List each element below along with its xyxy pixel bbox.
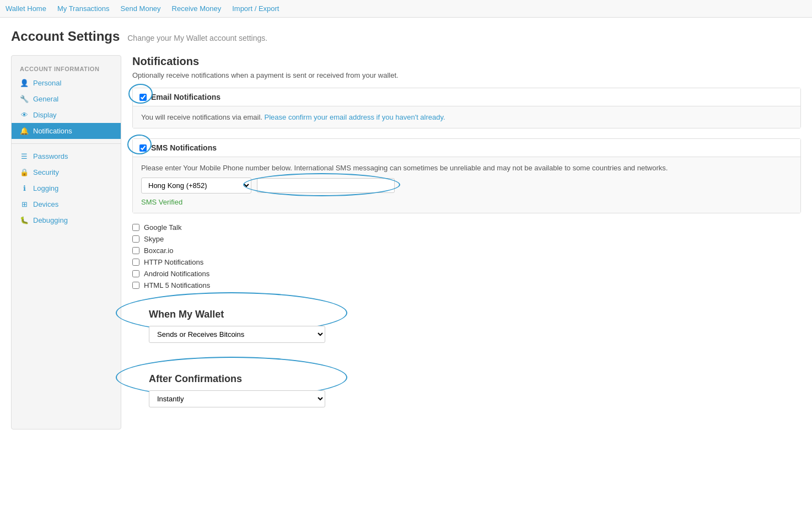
- android-label[interactable]: Android Notifications: [132, 270, 801, 278]
- email-notif-block: Email Notifications You will receive not…: [132, 88, 801, 128]
- bug-icon: 🐛: [20, 216, 29, 224]
- email-notif-header: Email Notifications: [133, 88, 800, 106]
- nav-send-money[interactable]: Send Money: [121, 4, 161, 13]
- sidebar-label-debugging: Debugging: [33, 216, 68, 224]
- sidebar-item-debugging[interactable]: 🐛 Debugging: [12, 212, 121, 228]
- info-icon: ℹ: [20, 184, 29, 192]
- html5-label[interactable]: HTML 5 Notifications: [132, 281, 801, 289]
- email-link-text: Please confirm your email address if you…: [265, 113, 445, 121]
- sms-verified-text: SMS Verified: [141, 198, 792, 206]
- sidebar-label-passwords: Passwords: [33, 152, 68, 160]
- sidebar-label-logging: Logging: [33, 184, 58, 192]
- skype-label[interactable]: Skype: [132, 235, 801, 243]
- sms-notif-header: SMS Notifications: [133, 139, 800, 157]
- boxcar-label[interactable]: Boxcar.io: [132, 246, 801, 255]
- bell-icon: 🔔: [20, 127, 29, 135]
- when-select-wrap: Sends or Receives Bitcoins Sends Bitcoin…: [149, 326, 325, 343]
- sms-body-text: Please enter Your Mobile Phone number be…: [141, 164, 792, 172]
- page-title: Account Settings: [11, 29, 120, 44]
- nav-import-export[interactable]: Import / Export: [232, 4, 279, 13]
- top-nav: Wallet Home My Transactions Send Money R…: [0, 0, 812, 18]
- android-text: Android Notifications: [144, 270, 209, 278]
- boxcar-text: Boxcar.io: [144, 246, 173, 255]
- skype-text: Skype: [144, 235, 164, 243]
- nav-receive-money[interactable]: Receive Money: [172, 4, 222, 13]
- sidebar-item-passwords[interactable]: ☰ Passwords: [12, 148, 121, 164]
- after-title: After Confirmations: [149, 373, 325, 385]
- grid-icon: ⊞: [20, 200, 29, 208]
- lock-icon: 🔒: [20, 168, 29, 176]
- sms-checkbox[interactable]: [139, 144, 147, 152]
- email-notif-label[interactable]: Email Notifications: [151, 93, 221, 101]
- sms-input-row: Hong Kong (+852) United States (+1) Unit…: [141, 178, 792, 194]
- notifications-desc: Optionally receive notifications when a …: [132, 71, 801, 79]
- http-checkbox[interactable]: [132, 259, 139, 266]
- sidebar-label-general: General: [33, 95, 58, 103]
- http-text: HTTP Notifications: [144, 258, 203, 266]
- page-container: Account Settings Change your My Wallet a…: [0, 18, 812, 441]
- google-talk-checkbox[interactable]: [132, 224, 139, 231]
- email-body-text: You will receive notifications via email…: [141, 113, 262, 121]
- page-header: Account Settings Change your My Wallet a…: [11, 29, 801, 44]
- sidebar-label-display: Display: [33, 111, 57, 119]
- sidebar-label-security: Security: [33, 168, 59, 176]
- list-icon: ☰: [20, 152, 29, 160]
- html5-checkbox[interactable]: [132, 282, 139, 289]
- wrench-icon: 🔧: [20, 95, 29, 103]
- after-select-wrap: Instantly 1 Confirmation 2 Confirmations…: [149, 390, 325, 407]
- html5-text: HTML 5 Notifications: [144, 281, 210, 289]
- sms-notif-body: Please enter Your Mobile Phone number be…: [133, 157, 800, 213]
- after-select[interactable]: Instantly 1 Confirmation 2 Confirmations…: [149, 390, 325, 407]
- other-notifs: Google Talk Skype Boxcar.io HTTP Notific…: [132, 223, 801, 289]
- main-layout: ACCOUNT INFORMATION 👤 Personal 🔧 General…: [11, 55, 801, 429]
- nav-wallet-home[interactable]: Wallet Home: [6, 4, 46, 13]
- sms-phone-input[interactable]: [257, 178, 395, 193]
- sidebar: ACCOUNT INFORMATION 👤 Personal 🔧 General…: [11, 55, 121, 429]
- sidebar-item-display[interactable]: 👁 Display: [12, 107, 121, 123]
- page-subtitle: Change your My Wallet account settings.: [127, 34, 267, 42]
- when-title: When My Wallet: [149, 309, 325, 320]
- sidebar-item-general[interactable]: 🔧 General: [12, 91, 121, 107]
- content-area: Notifications Optionally receive notific…: [132, 55, 801, 429]
- sms-notif-block: SMS Notifications Please enter Your Mobi…: [132, 138, 801, 213]
- nav-my-transactions[interactable]: My Transactions: [57, 4, 110, 13]
- sidebar-section-title: ACCOUNT INFORMATION: [12, 61, 121, 75]
- sidebar-label-personal: Personal: [33, 79, 61, 87]
- sidebar-label-devices: Devices: [33, 200, 58, 208]
- sidebar-item-devices[interactable]: ⊞ Devices: [12, 196, 121, 212]
- when-section: When My Wallet Sends or Receives Bitcoin…: [132, 300, 801, 351]
- sidebar-divider: [12, 143, 121, 144]
- sidebar-item-notifications[interactable]: 🔔 Notifications: [12, 123, 121, 139]
- skype-checkbox[interactable]: [132, 235, 139, 243]
- email-confirm-link[interactable]: Please confirm your email address if you…: [265, 113, 445, 121]
- sidebar-item-security[interactable]: 🔒 Security: [12, 164, 121, 180]
- android-checkbox[interactable]: [132, 270, 139, 277]
- sms-notif-label[interactable]: SMS Notifications: [151, 143, 217, 152]
- person-icon: 👤: [20, 79, 29, 87]
- boxcar-checkbox[interactable]: [132, 247, 139, 254]
- eye-icon: 👁: [20, 111, 29, 119]
- sidebar-label-notifications: Notifications: [33, 127, 72, 135]
- google-talk-label[interactable]: Google Talk: [132, 223, 801, 232]
- email-notif-body: You will receive notifications via email…: [133, 106, 800, 128]
- google-talk-text: Google Talk: [144, 223, 181, 232]
- sidebar-item-personal[interactable]: 👤 Personal: [12, 75, 121, 91]
- when-select[interactable]: Sends or Receives Bitcoins Sends Bitcoin…: [149, 326, 325, 343]
- after-section: After Confirmations Instantly 1 Confirma…: [132, 365, 801, 416]
- email-checkbox[interactable]: [139, 94, 147, 101]
- http-label[interactable]: HTTP Notifications: [132, 258, 801, 266]
- sms-country-select[interactable]: Hong Kong (+852) United States (+1) Unit…: [141, 178, 251, 194]
- notifications-title: Notifications: [132, 55, 801, 68]
- sidebar-item-logging[interactable]: ℹ Logging: [12, 180, 121, 196]
